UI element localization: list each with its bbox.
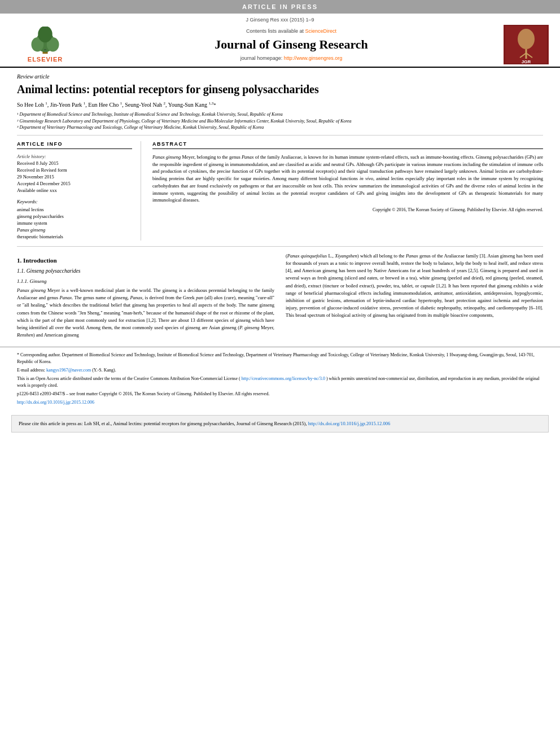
svg-rect-5	[44, 49, 46, 50]
journal-title: Journal of Ginseng Research	[85, 37, 498, 52]
homepage-label: journal homepage:	[240, 55, 283, 61]
citation-box: Please cite this article in press as: Lo…	[11, 415, 549, 433]
corresponding-note-text: * Corresponding author. Department of Bi…	[17, 352, 535, 364]
affiliation-3: ³ Department of Veterinary Pharmacology …	[17, 124, 543, 130]
section-11-heading: 1.1. Ginseng polysaccharides	[17, 267, 274, 275]
sup-2: 1	[84, 101, 86, 106]
open-access-line: This is an Open Access article distribut…	[17, 375, 543, 389]
body-right-para1: (Panax quinquefolius L., Xiyangshen) whi…	[286, 252, 543, 320]
citation-text: Please cite this article in press as: Lo…	[19, 421, 390, 426]
page-wrapper: ARTICLE IN PRESS J Ginseng Res xxx (2015…	[0, 0, 560, 747]
abstract-column: ABSTRACT Panax ginseng Meyer, belonging …	[152, 141, 543, 241]
body-right-col: (Panax quinquefolius L., Xiyangshen) whi…	[286, 252, 543, 341]
cc-link[interactable]: http://creativecommons.org/licenses/by-n…	[242, 376, 325, 381]
elsevier-logo: ELSEVIER	[11, 25, 79, 64]
email-link[interactable]: kangys1967@naver.com	[46, 368, 91, 373]
pii-line: p1226-8453 e2093-4947/$ – see front matt…	[17, 391, 543, 397]
svg-point-8	[518, 29, 535, 49]
svg-point-4	[38, 27, 52, 42]
doi-link[interactable]: http://dx.doi.org/10.1016/j.jgr.2015.12.…	[17, 400, 94, 405]
section-111-heading: 1.1.1. Ginseng	[17, 278, 274, 286]
article-in-press-banner: ARTICLE IN PRESS	[0, 0, 560, 14]
accepted-date: Accepted 4 December 2015	[17, 181, 132, 186]
online-date: Available online xxx	[17, 187, 132, 193]
journal-header-area: J Ginseng Res xxx (2015) 1–9 ELSEVIER	[0, 14, 560, 68]
keyword-2: ginseng polysaccharides	[17, 213, 132, 219]
corresponding-star: *	[213, 102, 216, 108]
keyword-3: immune system	[17, 220, 132, 226]
authors-line: So Hee Loh 1, Jin-Yeon Park 1, Eun Hee C…	[17, 101, 543, 108]
sciencedirect-link[interactable]: ScienceDirect	[305, 28, 337, 34]
body-left-col: 1. Introduction 1.1. Ginseng polysacchar…	[17, 252, 274, 341]
body-columns: 1. Introduction 1.1. Ginseng polysacchar…	[17, 252, 543, 341]
article-title: Animal lectins: potential receptors for …	[17, 82, 543, 97]
keyword-5: therapeutic biomaterials	[17, 234, 132, 239]
jgr-logo-icon: JGR	[504, 25, 548, 64]
homepage-link[interactable]: http://www.ginsengres.org	[284, 55, 343, 61]
citation-line: J Ginseng Res xxx (2015) 1–9	[11, 17, 549, 23]
sciencedirect-line: Contents lists available at ScienceDirec…	[85, 28, 498, 34]
author-youngsun: Young-Sun Kang 1,3*	[168, 102, 216, 108]
email-suffix: (Y.-S. Kang).	[92, 368, 116, 373]
sup-4: 2	[164, 101, 166, 106]
keyword-1: animal lectins	[17, 207, 132, 212]
body-left-para1: Panax ginseng Meyer is a well-known medi…	[17, 287, 274, 339]
abstract-label: ABSTRACT	[152, 141, 543, 149]
affiliations: ¹ Department of Biomedical Science and T…	[17, 111, 543, 136]
email-note: E-mail address: kangys1967@naver.com (Y.…	[17, 367, 543, 374]
revised-label: Received in Revised form	[17, 167, 132, 173]
doi-line: http://dx.doi.org/10.1016/j.jgr.2015.12.…	[17, 399, 543, 406]
history-label: Article history:	[17, 154, 132, 159]
sup-1: 1	[45, 101, 47, 106]
corresponding-author-note: * Corresponding author. Department of Bi…	[17, 352, 543, 365]
banner-text: ARTICLE IN PRESS	[242, 3, 318, 10]
author-seungyeol: Seung-Yeol Nah 2	[125, 102, 165, 108]
affiliation-2: ² Ginsentology Research Laboratory and D…	[17, 118, 543, 124]
sup-3: 1	[120, 101, 123, 106]
author-eunhee: Eun Hee Cho 1	[88, 102, 122, 108]
author-jinyeon: Jin-Yeon Park 1	[50, 102, 86, 108]
author-sohee: So Hee Loh 1	[17, 102, 47, 108]
journal-header-inner: ELSEVIER Contents lists available at Sci…	[11, 25, 549, 64]
abstract-text: Panax ginseng Meyer, belonging to the ge…	[152, 154, 543, 204]
email-label: E-mail address:	[17, 368, 45, 373]
keyword-4: Panax ginseng	[17, 227, 132, 233]
journal-homepage-line: journal homepage: http://www.ginsengres.…	[85, 55, 498, 61]
article-type-label: Review article	[17, 73, 543, 80]
received-date: Received 8 July 2015	[17, 160, 132, 166]
keywords-label: Keywords:	[17, 199, 132, 204]
svg-text:JGR: JGR	[522, 59, 531, 64]
elsevier-tree-icon	[25, 27, 65, 55]
jgr-logo: JGR	[504, 25, 549, 64]
elsevier-label: ELSEVIER	[28, 56, 63, 63]
copyright-line: Copyright © 2016, The Korean Society of …	[152, 207, 543, 212]
article-content: Review article Animal lectins: potential…	[0, 68, 560, 347]
revised-date: 29 November 2015	[17, 174, 132, 180]
sciencedirect-label: Contents lists available at	[246, 28, 304, 34]
section-1-heading: 1. Introduction	[17, 256, 274, 265]
article-info-label: ARTICLE INFO	[17, 141, 132, 149]
article-info-column: ARTICLE INFO Article history: Received 8…	[17, 141, 141, 241]
journal-center: Contents lists available at ScienceDirec…	[79, 28, 504, 61]
section-divider	[17, 246, 543, 247]
panax-ginseng-italic: Panax ginseng	[152, 154, 181, 160]
sup-5: 1,3	[209, 101, 214, 106]
article-info-abstract-columns: ARTICLE INFO Article history: Received 8…	[17, 141, 543, 241]
footnotes-area: * Corresponding author. Department of Bi…	[0, 347, 560, 410]
affiliation-1: ¹ Department of Biomedical Science and T…	[17, 111, 543, 117]
citation-doi-link[interactable]: http://dx.doi.org/10.1016/j.jgr.2015.12.…	[308, 421, 391, 426]
open-access-text: This is an Open Access article distribut…	[17, 376, 240, 381]
